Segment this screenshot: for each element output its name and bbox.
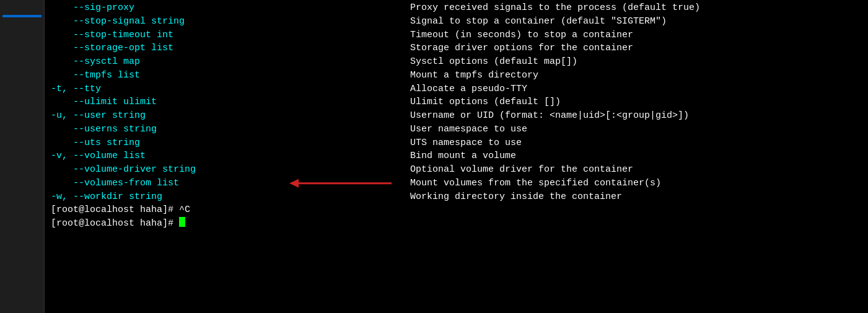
terminal-line: -t, --ttyAllocate a pseudo-TTY <box>51 82 862 96</box>
terminal-line: [root@localhost haha]# ^C <box>51 203 862 217</box>
sidebar-item-ip[interactable] <box>2 10 42 12</box>
cmd-text: -v, --volume list <box>51 149 410 163</box>
cmd-text: --storage-opt list <box>51 42 410 55</box>
prompt-cursor-line: [root@localhost haha]# <box>51 217 179 231</box>
desc-text: Working directory inside the container <box>410 190 622 204</box>
cmd-text: -w, --workdir string <box>51 190 410 204</box>
cmd-text: --volume-driver string <box>51 163 410 177</box>
cmd-text: --sig-proxy <box>51 1 410 15</box>
terminal-line: --stop-timeout intTimeout (in seconds) t… <box>51 29 862 42</box>
terminal-line: --sysctl mapSysctl options (default map[… <box>51 55 862 69</box>
desc-text: Timeout (in seconds) to stop a container <box>410 29 633 42</box>
cmd-text: --stop-timeout int <box>51 29 410 42</box>
desc-text: Sysctl options (default map[]) <box>410 55 577 69</box>
sidebar-item-ker[interactable] <box>2 5 42 7</box>
desc-text: Optional volume driver for the container <box>410 163 633 177</box>
terminal-line: -v, --volume listBind mount a volume <box>51 149 862 163</box>
desc-text: Ulimit options (default []) <box>410 95 561 109</box>
terminal: --sig-proxyProxy received signals to the… <box>45 0 868 313</box>
cmd-text: --volumes-from list <box>51 177 410 190</box>
terminal-line: --tmpfs listMount a tmpfs directory <box>51 69 862 82</box>
terminal-line: --volumes-from listMount volumes from th… <box>51 177 862 190</box>
terminal-line: --ulimit ulimitUlimit options (default [… <box>51 95 862 109</box>
desc-text: Storage driver options for the container <box>410 42 633 55</box>
desc-text: User namespace to use <box>410 123 527 136</box>
desc-text: UTS namespace to use <box>410 136 522 150</box>
desc-text: Allocate a pseudo-TTY <box>410 82 527 96</box>
terminal-line: --volume-driver stringOptional volume dr… <box>51 163 862 177</box>
terminal-cursor <box>179 217 185 227</box>
cmd-text: --tmpfs list <box>51 69 410 82</box>
prompt-line: [root@localhost haha]# ^C <box>51 203 190 217</box>
cmd-text: --stop-signal string <box>51 15 410 29</box>
desc-text: Username or UID (format: <name|uid>[:<gr… <box>410 109 689 123</box>
terminal-line: --storage-opt listStorage driver options… <box>51 42 862 55</box>
desc-text: Mount a tmpfs directory <box>410 69 538 82</box>
terminal-line: --uts stringUTS namespace to use <box>51 136 862 150</box>
cmd-text: --sysctl map <box>51 55 410 69</box>
sidebar-item-a[interactable] <box>2 20 42 22</box>
desc-text: Proxy received signals to the process (d… <box>410 1 700 15</box>
desc-text: Mount volumes from the specified contain… <box>410 177 661 190</box>
terminal-line: -w, --workdir stringWorking directory in… <box>51 190 862 204</box>
desc-text: Bind mount a volume <box>410 149 516 163</box>
terminal-line: [root@localhost haha]# <box>51 217 862 231</box>
cmd-text: --ulimit ulimit <box>51 95 410 109</box>
terminal-line: --sig-proxyProxy received signals to the… <box>51 1 862 15</box>
terminal-line: --userns stringUser namespace to use <box>51 123 862 136</box>
cmd-text: --userns string <box>51 123 410 136</box>
cmd-text: --uts string <box>51 136 410 150</box>
terminal-line: -u, --user stringUsername or UID (format… <box>51 109 862 123</box>
terminal-line: --stop-signal stringSignal to stop a con… <box>51 15 862 29</box>
sidebar <box>0 0 45 313</box>
desc-text: Signal to stop a container (default "SIG… <box>410 15 667 29</box>
cmd-text: -t, --tty <box>51 82 410 96</box>
cmd-text: -u, --user string <box>51 109 410 123</box>
sidebar-item-active[interactable] <box>2 15 42 17</box>
